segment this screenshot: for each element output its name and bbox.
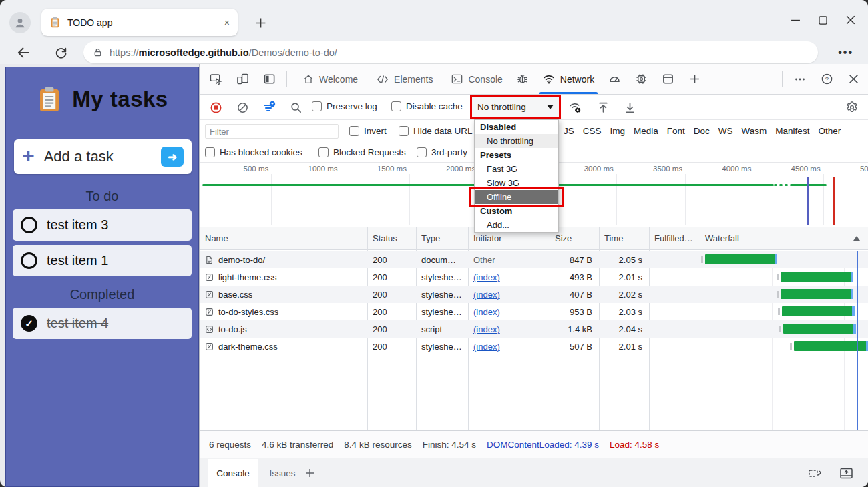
column-header-fulfilled[interactable]: Fulfilled… [649, 227, 700, 250]
initiator-link[interactable]: (index) [473, 290, 500, 300]
type-filter-font[interactable]: Font [667, 126, 685, 136]
tab-elements[interactable]: Elements [367, 64, 442, 94]
waterfall-bar[interactable] [705, 254, 777, 264]
table-row[interactable]: to-do.js200script(index)1.4 kB2.04 s [200, 320, 868, 338]
throttle-option-slow-3g[interactable]: Slow 3G [475, 176, 558, 190]
search-icon[interactable] [286, 98, 305, 117]
unchecked-circle-icon[interactable] [21, 217, 37, 233]
expand-quick-view-icon[interactable] [837, 464, 855, 482]
application-icon[interactable] [657, 69, 678, 90]
type-filter-manifest[interactable]: Manifest [775, 126, 809, 136]
blocked-requests-checkbox[interactable]: Blocked Requests [318, 147, 406, 157]
table-row[interactable]: to-do-styles.css200styleshe…(index)953 B… [200, 303, 868, 320]
add-drawer-tab-icon[interactable] [301, 464, 318, 482]
checkbox[interactable] [318, 147, 329, 157]
network-conditions-icon[interactable] [566, 98, 584, 117]
window-close-icon[interactable] [845, 15, 856, 25]
initiator-link[interactable]: (index) [473, 342, 500, 352]
type-filter-img[interactable]: Img [610, 126, 626, 136]
tab-console[interactable]: Console [442, 64, 511, 94]
import-har-icon[interactable] [620, 98, 639, 117]
rotate-view-icon[interactable] [807, 464, 824, 482]
performance-icon[interactable] [604, 69, 625, 90]
hide-data-url-checkbox[interactable]: Hide data URL [399, 126, 473, 136]
waterfall-bar[interactable] [783, 324, 856, 334]
checkbox[interactable] [399, 126, 409, 136]
network-settings-gear-icon[interactable] [843, 98, 861, 117]
checkbox[interactable] [417, 147, 427, 157]
refresh-button[interactable] [51, 43, 71, 63]
checked-circle-icon[interactable]: ✓ [21, 315, 37, 332]
checkbox[interactable] [391, 101, 401, 111]
waterfall-bar[interactable] [781, 272, 853, 282]
submit-arrow-button[interactable]: ➜ [161, 147, 184, 167]
type-filter-other[interactable]: Other [818, 126, 841, 136]
type-filter-ws[interactable]: WS [718, 126, 733, 136]
dock-side-icon[interactable] [258, 69, 280, 90]
issues-bug-icon[interactable] [512, 69, 533, 90]
column-header-type[interactable]: Type [416, 227, 468, 250]
type-filter-wasm[interactable]: Wasm [742, 126, 767, 136]
throttle-option-offline[interactable]: Offline [475, 190, 558, 204]
sort-ascending-icon[interactable] [853, 236, 860, 241]
profile-avatar[interactable] [9, 12, 31, 33]
memory-icon[interactable] [630, 69, 652, 90]
initiator-link[interactable]: (index) [473, 272, 500, 282]
invert-checkbox[interactable]: Invert [349, 126, 387, 136]
close-devtools-icon[interactable] [843, 69, 864, 90]
throttling-select-annotated[interactable]: No throttling [470, 95, 561, 119]
help-icon[interactable]: ? [816, 69, 837, 90]
minimize-icon[interactable] [791, 15, 801, 25]
has-blocked-cookies-checkbox[interactable]: Has blocked cookies [205, 147, 302, 157]
type-filter-doc[interactable]: Doc [694, 126, 710, 136]
tab-network[interactable]: Network [533, 64, 604, 94]
throttle-option-fast-3g[interactable]: Fast 3G [475, 162, 558, 176]
maximize-icon[interactable] [818, 15, 828, 25]
table-row[interactable]: dark-theme.css200styleshe…(index)507 B2.… [200, 338, 868, 355]
throttle-option-no-throttling[interactable]: No throttling [475, 134, 558, 148]
preserve-log-checkbox[interactable]: Preserve log [312, 101, 377, 111]
task-item[interactable]: test item 1 [13, 245, 192, 276]
checkbox[interactable] [349, 126, 359, 136]
inspect-icon[interactable] [205, 69, 226, 90]
device-emulation-icon[interactable] [232, 69, 253, 90]
unchecked-circle-icon[interactable] [21, 252, 37, 269]
filter-icon[interactable] [260, 98, 278, 117]
column-header-status[interactable]: Status [367, 227, 416, 250]
tab-welcome[interactable]: Welcome [294, 64, 367, 94]
new-tab-button[interactable] [251, 13, 270, 32]
waterfall-bar[interactable] [782, 306, 855, 316]
type-filter-js[interactable]: JS [564, 126, 574, 136]
third-party-checkbox[interactable]: 3rd-party [417, 147, 467, 157]
checkbox[interactable] [205, 147, 215, 157]
initiator-link[interactable]: (index) [473, 324, 500, 334]
task-item[interactable]: ✓test item 4 [13, 308, 192, 339]
table-row[interactable]: base.css200styleshe…(index)407 B2.02 s [200, 286, 868, 303]
column-header-time[interactable]: Time [599, 227, 649, 250]
browser-tab[interactable]: TODO app × [41, 9, 238, 36]
column-header-waterfall[interactable]: Waterfall [700, 227, 868, 250]
export-har-icon[interactable] [594, 98, 612, 117]
type-filter-media[interactable]: Media [634, 126, 658, 136]
table-row[interactable]: light-theme.css200styleshe…(index)493 B2… [200, 268, 868, 286]
column-header-name[interactable]: Name [200, 227, 367, 250]
drawer-tab-console[interactable]: Console [208, 459, 258, 487]
disable-cache-checkbox[interactable]: Disable cache [391, 101, 463, 111]
task-item[interactable]: test item 3 [13, 209, 192, 241]
table-row[interactable]: demo-to-do/200docum…Other847 B2.05 s [200, 251, 868, 268]
filter-input[interactable] [205, 124, 339, 139]
drawer-tab-issues[interactable]: Issues [264, 459, 301, 487]
type-filter-css[interactable]: CSS [583, 126, 602, 136]
tab-close-icon[interactable]: × [224, 17, 230, 28]
record-network-log-icon[interactable] [206, 98, 225, 117]
browser-menu-icon[interactable]: ••• [838, 47, 853, 59]
add-task-button[interactable]: + Add a task ➜ [14, 139, 192, 174]
initiator-link[interactable]: (index) [473, 307, 500, 317]
url-bar[interactable]: https://microsoftedge.github.io/Demos/de… [83, 41, 818, 63]
throttle-option-add-[interactable]: Add... [475, 218, 558, 232]
clear-network-log-icon[interactable] [233, 98, 252, 117]
waterfall-bar[interactable] [781, 289, 853, 299]
customize-devtools-icon[interactable] [789, 69, 811, 90]
more-tabs-icon[interactable] [684, 69, 705, 90]
back-button[interactable] [13, 43, 33, 63]
